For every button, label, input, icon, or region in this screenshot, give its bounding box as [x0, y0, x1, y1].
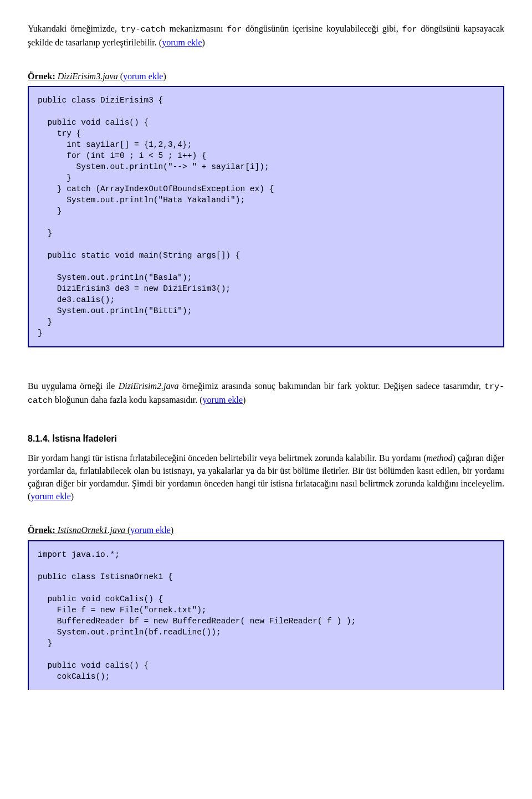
- section-heading: 8.1.4. İstisna İfadeleri: [28, 434, 504, 444]
- comment-link-4[interactable]: yorum ekle: [30, 491, 70, 501]
- code-block-2: import java.io.*; public class IstisnaOr…: [28, 540, 504, 690]
- paragraph-2: Bu uygulama örneği ile DiziErisim2.java …: [28, 380, 504, 407]
- example-label-2: Örnek: IstisnaOrnek1.java (yorum ekle): [28, 524, 504, 536]
- code-block-1: public class DiziErisim3 { public void c…: [28, 86, 504, 347]
- comment-link-3[interactable]: yorum ekle: [203, 395, 243, 404]
- comment-link-5[interactable]: yorum ekle: [130, 525, 170, 535]
- comment-link-1[interactable]: yorum ekle: [162, 38, 202, 47]
- example-label-1: Örnek: DiziErisim3.java (yorum ekle): [28, 70, 504, 83]
- paragraph-3: Bir yordam hangi tür istisna fırlatabile…: [28, 452, 504, 503]
- paragraph-1: Yukarıdaki örneğimizde, try-catch mekani…: [28, 22, 504, 49]
- comment-link-2[interactable]: yorum ekle: [123, 71, 163, 81]
